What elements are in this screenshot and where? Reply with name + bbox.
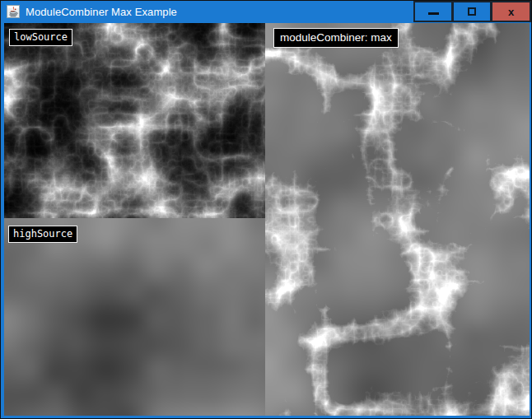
render-area: lowSource moduleCombiner: max highSource: [4, 23, 530, 416]
window-title: ModuleCombiner Max Example: [26, 6, 177, 18]
panel-label-modulecombiner: moduleCombiner: max: [273, 28, 399, 48]
close-button[interactable]: x: [491, 1, 531, 22]
lowsource-noise-canvas: [4, 23, 265, 218]
highsource-noise-canvas: [4, 218, 265, 416]
java-coffee-cup-icon: [7, 5, 20, 18]
titlebar[interactable]: ModuleCombiner Max Example x: [1, 1, 531, 22]
close-x-icon: x: [508, 7, 514, 17]
panel-label-highsource: highSource: [8, 226, 77, 243]
maximize-button[interactable]: [452, 1, 491, 22]
modulecombiner-noise-canvas: [265, 23, 530, 416]
square-icon: [468, 7, 476, 16]
panel-label-lowsource: lowSource: [9, 29, 72, 46]
window-controls: x: [413, 1, 531, 22]
minimize-button[interactable]: [413, 1, 452, 22]
app-window: ModuleCombiner Max Example x lowSource m…: [0, 0, 532, 419]
dash-icon: [428, 12, 439, 15]
